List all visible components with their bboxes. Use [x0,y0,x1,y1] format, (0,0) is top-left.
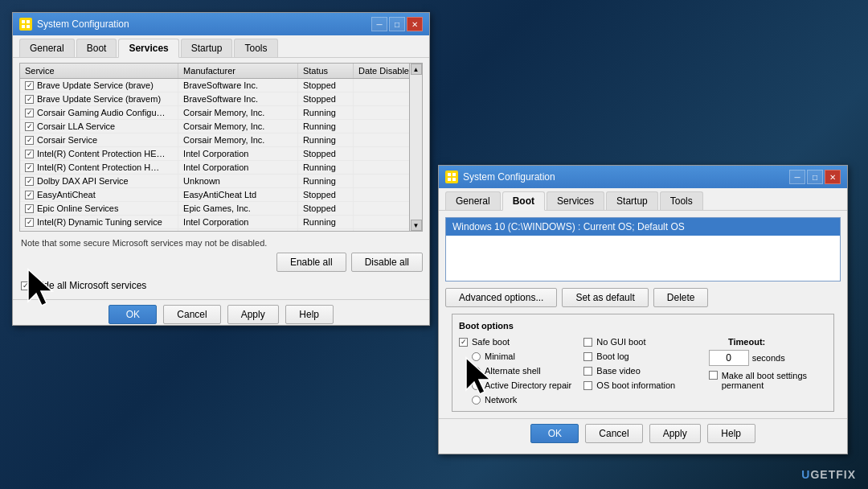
services-titlebar: System Configuration ─ □ ✕ [13,13,429,35]
boot-ok-button[interactable]: OK [530,424,579,443]
scrollbar-down[interactable]: ▼ [411,220,422,231]
minimal-radio[interactable] [472,352,481,361]
network-radio[interactable] [472,396,481,405]
alternate-shell-label: Alternate shell [485,366,541,376]
timeout-input[interactable] [709,350,749,366]
boot-options-section: Boot options Safe boot Minimal Alternate… [452,314,834,412]
boot-log-option: Boot log [583,351,702,361]
no-gui-boot-checkbox[interactable] [583,338,592,347]
boot-options-title: Boot options [459,321,827,331]
boot-cancel-button[interactable]: Cancel [585,424,642,443]
boot-help-button[interactable]: Help [707,424,755,443]
os-boot-info-option: OS boot information [583,380,702,390]
boot-tab-bar: General Boot Services Startup Tools [439,188,847,211]
ok-button[interactable]: OK [108,305,157,324]
boot-apply-button[interactable]: Apply [649,424,701,443]
svg-rect-4 [448,173,451,176]
minimal-label: Minimal [485,351,515,361]
svg-rect-5 [452,173,456,176]
table-row: Epic Online Services Epic Games, Inc. St… [20,202,422,216]
service-checkbox[interactable] [25,150,34,158]
safe-boot-option: Safe boot [459,337,577,347]
base-video-checkbox[interactable] [583,367,592,376]
boot-window-title: System Configuration [463,171,555,183]
boot-tab-services[interactable]: Services [547,191,604,210]
svg-rect-6 [448,178,451,181]
col-manufacturer: Manufacturer [178,64,298,79]
table-row: EasyAntiCheat EasyAntiCheat Ltd Stopped [20,188,422,202]
boot-titlebar: System Configuration ─ □ ✕ [439,166,847,188]
service-checkbox[interactable] [25,109,34,117]
table-row: Corsair LLA Service Corsair Memory, Inc.… [20,120,422,134]
service-checkbox[interactable] [25,218,34,227]
table-row: Intel(R) Content Protection HDC... Intel… [20,161,422,175]
boot-bottom-buttons: OK Cancel Apply Help [439,418,847,448]
boot-close-button[interactable]: ✕ [825,170,841,184]
timeout-label: Timeout: [728,337,765,347]
help-button[interactable]: Help [285,305,334,324]
services-bottom-buttons: OK Cancel Apply Help [13,299,429,329]
hide-microsoft-checkbox[interactable] [21,281,30,290]
tab-general[interactable]: General [19,39,75,57]
tab-tools[interactable]: Tools [234,39,277,57]
set-as-default-button[interactable]: Set as default [562,288,648,307]
boot-log-label: Boot log [596,351,628,361]
tab-boot[interactable]: Boot [76,39,117,57]
table-row: Dolby DAX API Service Unknown Running [20,175,422,188]
hide-microsoft-label: Hide all Microsoft services [35,280,146,291]
os-boot-info-checkbox[interactable] [583,381,592,390]
tab-services[interactable]: Services [118,39,178,58]
boot-window-icon [445,171,458,183]
boot-tab-boot[interactable]: Boot [502,191,545,211]
make-permanent-label: Make all boot settings permanent [722,371,827,390]
disable-all-button[interactable]: Disable all [351,253,423,272]
delete-button[interactable]: Delete [653,288,709,307]
boot-window: System Configuration ─ □ ✕ General Boot … [438,165,848,454]
close-button[interactable]: ✕ [407,17,423,31]
timeout-unit: seconds [752,353,785,363]
active-directory-label: Active Directory repair [485,380,571,390]
boot-maximize-button[interactable]: □ [807,170,823,184]
enable-all-button[interactable]: Enable all [276,253,346,272]
boot-os-entry[interactable]: Windows 10 (C:\WINDOWS) : Current OS; De… [446,218,840,236]
scrollbar-up[interactable]: ▲ [411,64,422,75]
table-row: Corsair Service Corsair Memory, Inc. Run… [20,134,422,147]
boot-os-list: Windows 10 (C:\WINDOWS) : Current OS; De… [445,217,841,281]
col-service: Service [20,64,178,79]
tab-startup[interactable]: Startup [181,39,233,57]
service-checkbox[interactable] [25,232,34,232]
safe-boot-checkbox[interactable] [459,338,468,347]
boot-log-checkbox[interactable] [583,352,592,361]
network-option: Network [459,395,577,405]
active-directory-radio[interactable] [472,381,481,390]
service-checkbox[interactable] [25,136,34,145]
service-checkbox[interactable] [25,191,34,199]
maximize-button[interactable]: □ [389,17,405,31]
services-tab-bar: General Boot Services Startup Tools [13,35,429,58]
boot-minimize-button[interactable]: ─ [789,170,805,184]
apply-button[interactable]: Apply [227,305,279,324]
minimize-button[interactable]: ─ [371,17,387,31]
make-permanent-checkbox[interactable] [709,371,718,380]
services-note: Note that some secure Microsoft services… [19,238,423,248]
service-checkbox[interactable] [25,81,34,90]
advanced-options-button[interactable]: Advanced options... [445,288,557,307]
svg-rect-3 [27,25,30,28]
service-checkbox[interactable] [25,177,34,186]
hide-microsoft-row: Hide all Microsoft services [19,277,423,294]
table-row: Intel(R) Dynamic Tuning service Intel Co… [20,216,422,229]
boot-action-row: Advanced options... Set as default Delet… [439,288,847,314]
col-status: Status [297,64,353,79]
services-window-icon [19,18,32,31]
service-checkbox[interactable] [25,95,34,104]
timeout-section: Timeout: seconds [709,337,785,366]
boot-tab-startup[interactable]: Startup [606,191,658,210]
boot-tab-tools[interactable]: Tools [660,191,703,210]
safe-boot-label: Safe boot [472,337,510,347]
alternate-shell-radio[interactable] [472,367,481,376]
service-checkbox[interactable] [25,204,34,213]
cancel-button[interactable]: Cancel [163,305,220,324]
service-checkbox[interactable] [25,122,34,131]
boot-tab-general[interactable]: General [445,191,501,210]
service-checkbox[interactable] [25,163,34,172]
